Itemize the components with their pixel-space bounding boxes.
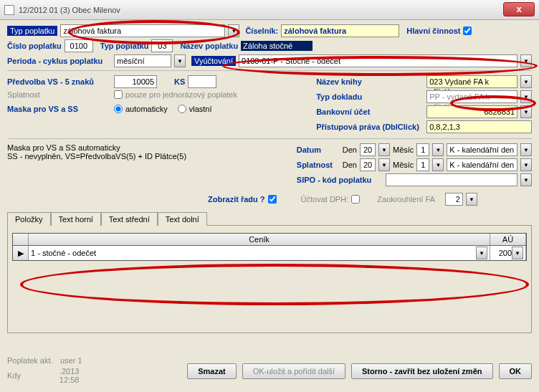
prava-label: Přístupová práva (DblClick): [316, 123, 424, 131]
grid-col-cenik: Ceník: [29, 234, 490, 245]
uctovat-label: Účtovat DPH:: [301, 195, 349, 204]
tabs: Položky Text horní Text střední Text dol…: [7, 211, 532, 226]
row-au-dropdown[interactable]: ▼: [512, 247, 523, 259]
datum-label: Datum: [297, 145, 340, 154]
ok-ulozit-button[interactable]: OK-uložit a pořídit další: [242, 363, 345, 379]
splatnost2-label: Splatnost: [297, 161, 340, 169]
poplatek-user: user 1: [60, 356, 82, 365]
cislo-poplatku-input[interactable]: 0100: [65, 39, 93, 52]
nazev-knihy-dropdown[interactable]: ▼: [520, 75, 532, 88]
typ-poplatku-label: Typ poplatku: [7, 26, 57, 36]
row-selector-icon[interactable]: ▶: [13, 246, 29, 260]
maska-auto-radio[interactable]: [114, 105, 123, 113]
poplatek-akt-label: Poplatek akt.: [7, 356, 57, 365]
typ-dokladu-select[interactable]: PP - vydané FA k přijatým: [426, 90, 517, 103]
typ-poplatku-dropdown[interactable]: ▼: [228, 24, 239, 37]
splatnost-mesic-dropdown[interactable]: ▼: [432, 158, 444, 171]
sipo-label: SIPO - kód poplatku: [297, 176, 383, 184]
splatnost-label: Splatnost: [7, 90, 111, 99]
nazev-poplatku-label: Název poplatku: [180, 42, 238, 50]
smazat-button[interactable]: Smazat: [187, 363, 237, 379]
vyuctovani-select[interactable]: 0100-01-P - Stočné - odečet: [239, 54, 517, 67]
tab-content: Ceník AÚ ▶ 1 - stočné - odečet ▼ 200 ▼: [7, 226, 532, 333]
ciselnik-value[interactable]: zálohová faktura: [281, 24, 399, 37]
ciselnik-label: Číselník:: [245, 27, 278, 35]
nazev-knihy-select[interactable]: 023 Vydané FA k přijatým: [426, 75, 517, 88]
bank-ucet-select[interactable]: 6826831: [426, 105, 517, 118]
hlavni-cinnost-label: Hlavní činnost: [406, 27, 460, 35]
nazev-knihy-label: Název knihy: [316, 77, 424, 86]
window-title: 12/2012 01 (3) Obec Milenov: [19, 6, 120, 14]
zobrazit-label: Zobrazit řadu ?: [208, 195, 264, 204]
datum-den-dropdown[interactable]: ▼: [378, 143, 390, 156]
tab-text-horni[interactable]: Text horní: [51, 212, 101, 226]
kdy-label: Kdy: [7, 371, 57, 380]
maska-desc-2: SS - nevyplněn, VS=PředvolbaVS(5) + ID P…: [7, 152, 290, 161]
typ-poplatku-value: zálohová faktura: [60, 24, 225, 37]
maska-vlastni-label: vlastní: [189, 105, 212, 113]
splatnost-kal-select[interactable]: K - kalendářní den: [447, 158, 517, 171]
close-button[interactable]: x: [503, 2, 535, 16]
datum-mesic-dropdown[interactable]: ▼: [432, 143, 444, 156]
tab-polozky[interactable]: Položky: [7, 212, 51, 226]
zaokrouhleni-input[interactable]: 2: [445, 193, 463, 206]
app-icon: [4, 5, 14, 15]
vyuctovani-label: Vyúčtování: [191, 56, 236, 66]
predvolba-label: Předvolba VS - 5 znaků: [7, 77, 111, 86]
row-cenik-dropdown[interactable]: ▼: [476, 247, 487, 259]
datum-mesic-label: Měsíc: [393, 145, 414, 154]
typ-poplatku2-input[interactable]: 03: [151, 39, 173, 52]
row-au-cell[interactable]: 200 ▼: [490, 246, 526, 260]
jednorazovy-label: pouze pro jednorázový poplatek: [125, 90, 237, 99]
ks-input[interactable]: [188, 75, 216, 88]
tab-text-dolni[interactable]: Text dolní: [158, 212, 207, 226]
splatnost-den-dropdown[interactable]: ▼: [378, 158, 390, 171]
tab-text-stredni[interactable]: Text střední: [101, 212, 158, 226]
maska-vlastni-radio[interactable]: [178, 105, 186, 113]
jednorazovy-checkbox[interactable]: [114, 90, 123, 99]
bank-ucet-dropdown[interactable]: ▼: [520, 105, 532, 118]
datum-den-input[interactable]: 20: [360, 143, 376, 156]
grid-row[interactable]: ▶ 1 - stočné - odečet ▼ 200 ▼: [13, 246, 526, 260]
zobrazit-checkbox[interactable]: [268, 195, 277, 204]
datum-kal-select[interactable]: K - kalendářní den: [447, 143, 517, 156]
typ-dokladu-label: Typ dokladu: [316, 92, 424, 101]
uctovat-checkbox[interactable]: [351, 195, 360, 204]
ks-label: KS: [174, 77, 185, 86]
perioda-label: Perioda - cyklus poplatku: [7, 57, 111, 65]
ok-button[interactable]: OK: [499, 363, 533, 379]
row-cenik-cell[interactable]: 1 - stočné - odečet ▼: [29, 246, 490, 260]
grid-col-au: AÚ: [490, 234, 526, 245]
kdy-value: .2013 12:58: [59, 367, 100, 384]
datum-kal-dropdown[interactable]: ▼: [520, 143, 532, 156]
zaokrouhleni-dropdown[interactable]: ▼: [466, 193, 477, 206]
prava-input[interactable]: 0,8,2,1,3: [426, 120, 532, 133]
maska-auto-label: automaticky: [125, 105, 168, 113]
splatnost-den-input[interactable]: 20: [360, 158, 376, 171]
grid: Ceník AÚ ▶ 1 - stočné - odečet ▼ 200 ▼: [12, 233, 527, 261]
maska-label: Maska pro VS a SS: [7, 105, 111, 113]
vyuctovani-dropdown[interactable]: ▼: [520, 54, 532, 67]
perioda-select[interactable]: měsíční: [114, 54, 171, 67]
splatnost-kal-dropdown[interactable]: ▼: [520, 158, 532, 171]
bank-ucet-label: Bankovní účet: [316, 107, 424, 116]
datum-den-label: Den: [343, 145, 357, 154]
sipo-select[interactable]: [386, 173, 517, 186]
splatnost-den-label: Den: [343, 161, 357, 169]
splatnost-mesic-label: Měsíc: [393, 161, 414, 169]
storno-button[interactable]: Storno - zavřít bez uložení změn: [351, 363, 492, 379]
hlavni-cinnost-checkbox[interactable]: [463, 27, 472, 35]
titlebar: 12/2012 01 (3) Obec Milenov x: [0, 0, 539, 20]
row-cenik-value: 1 - stočné - odečet: [31, 249, 476, 257]
typ-dokladu-dropdown[interactable]: ▼: [520, 90, 532, 103]
zaokrouhleni-label: Zaokrouhlení FA: [377, 195, 435, 204]
cislo-poplatku-label: Číslo poplatku: [7, 42, 62, 50]
sipo-dropdown[interactable]: ▼: [520, 173, 532, 186]
typ-poplatku2-label: Typ poplatku: [100, 42, 149, 50]
datum-mesic-input[interactable]: 1: [416, 143, 429, 156]
perioda-dropdown[interactable]: ▼: [174, 54, 186, 67]
nazev-poplatku-input[interactable]: Záloha stočné: [241, 41, 313, 51]
predvolba-input[interactable]: 10005: [114, 75, 157, 88]
splatnost-mesic-input[interactable]: 1: [416, 158, 429, 171]
row-au-value: 200: [492, 249, 512, 257]
